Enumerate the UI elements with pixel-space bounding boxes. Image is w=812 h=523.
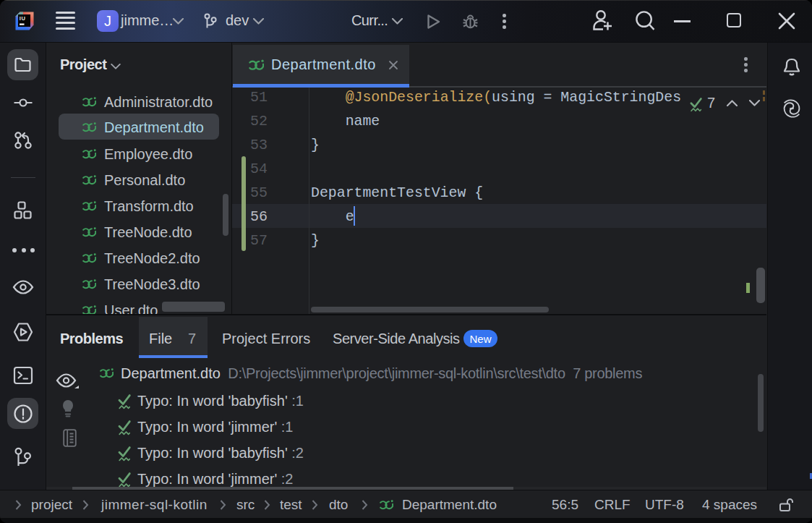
svg-text:IU: IU (20, 15, 26, 22)
